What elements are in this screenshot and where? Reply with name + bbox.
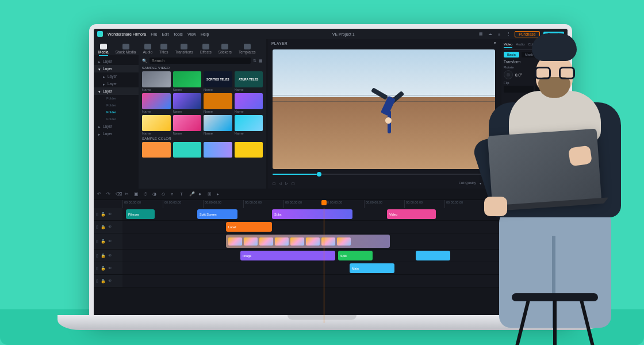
media-thumb[interactable]: Name <box>204 93 232 113</box>
keyframe-icon[interactable]: ◇ <box>162 191 167 197</box>
folder-item[interactable]: ▾Layer <box>94 65 139 72</box>
clip-filmora[interactable]: Filmora <box>126 209 155 219</box>
media-thumb[interactable] <box>142 142 171 158</box>
marker-icon[interactable]: ▿ <box>171 191 176 197</box>
menu-help[interactable]: Help <box>201 32 209 36</box>
track-controls[interactable]: ▯🔒👁 <box>94 250 122 262</box>
folder-sub-item-active[interactable]: Folder <box>94 109 139 116</box>
folder-item[interactable]: ▸Layer <box>94 130 139 137</box>
stop-icon[interactable]: ◻ <box>273 181 275 185</box>
next-frame-icon[interactable]: ▢ <box>292 181 295 185</box>
folder-item[interactable]: ▸Layer <box>94 80 139 87</box>
grid-view-icon[interactable]: ▦ <box>259 59 263 63</box>
tab-transitions[interactable]: Transitions <box>172 43 195 55</box>
tab-audio[interactable]: Audio <box>141 43 155 55</box>
track-vis-icon[interactable]: ▯ <box>96 266 98 271</box>
play-icon[interactable]: ▷ <box>285 181 288 185</box>
track-vis-icon[interactable]: ▯ <box>96 239 98 244</box>
mute-icon[interactable]: 👁 <box>108 225 112 229</box>
lock-icon[interactable]: 🔒 <box>101 212 106 217</box>
media-thumb[interactable]: Name <box>235 93 263 113</box>
tab-media[interactable]: Media <box>96 43 111 55</box>
lock-icon[interactable]: 🔒 <box>101 254 106 258</box>
folder-sub-item[interactable]: Folder <box>94 102 139 109</box>
tab-stickers[interactable]: Stickers <box>216 43 234 55</box>
track-controls[interactable]: ▯🔒👁 <box>94 275 122 287</box>
track-controls[interactable]: ▯🔒👁 <box>94 262 122 274</box>
lock-icon[interactable]: 🔒 <box>101 266 106 271</box>
media-thumb[interactable] <box>173 142 202 158</box>
delete-icon[interactable]: ⌫ <box>116 191 121 197</box>
media-thumb[interactable]: Name <box>173 115 202 135</box>
media-thumb[interactable]: Name <box>204 115 232 135</box>
clip-split[interactable]: Split <box>338 251 373 260</box>
track-vis-icon[interactable]: ▯ <box>96 225 98 229</box>
media-thumb[interactable] <box>235 142 263 158</box>
track-controls[interactable]: ▯🔒👁 <box>94 233 122 249</box>
timeline-playhead[interactable] <box>324 208 324 323</box>
track-vis-icon[interactable]: ▯ <box>96 279 98 283</box>
media-thumb[interactable]: ATURA TELESName <box>235 71 263 91</box>
redo-icon[interactable]: ↷ <box>106 191 112 197</box>
undo-icon[interactable]: ↶ <box>97 191 102 197</box>
menu-edit[interactable]: Edit <box>162 32 168 36</box>
crop-icon[interactable]: ▣ <box>134 191 139 197</box>
folder-item[interactable]: ▸Layer <box>94 72 139 80</box>
search-input[interactable] <box>150 57 251 64</box>
clip-main[interactable]: Main <box>350 263 394 273</box>
media-thumb[interactable]: Name <box>173 71 202 91</box>
clip-video-thumbs[interactable] <box>226 235 390 248</box>
tab-titles[interactable]: Titles <box>157 43 170 55</box>
clip-split-screen[interactable]: Split Screen <box>197 209 237 219</box>
clip-generic[interactable] <box>416 251 450 260</box>
folder-item[interactable]: ▸Layer <box>94 57 139 65</box>
split-icon[interactable]: ✂ <box>125 191 130 197</box>
mute-icon[interactable]: 👁 <box>108 239 112 243</box>
menu-tools[interactable]: Tools <box>174 32 183 36</box>
clip-label[interactable]: Label <box>226 222 272 232</box>
prev-frame-icon[interactable]: ◁ <box>279 181 282 185</box>
media-thumb[interactable]: Name <box>142 71 171 91</box>
mute-icon[interactable]: 👁 <box>108 254 112 258</box>
lock-icon[interactable]: 🔒 <box>101 239 106 244</box>
chevron-right-icon: ▸ <box>103 75 106 78</box>
folder-item[interactable]: ▾Layer <box>94 87 139 95</box>
clip-image[interactable]: Image <box>240 251 335 260</box>
tab-effects[interactable]: Effects <box>198 43 214 55</box>
mute-icon[interactable]: 👁 <box>108 279 112 283</box>
adjust-icon[interactable]: ⊞ <box>208 191 213 197</box>
lock-icon[interactable]: 🔒 <box>101 279 106 283</box>
track-controls[interactable]: ▯🔒👁 <box>94 208 122 220</box>
tab-stock-media[interactable]: Stock Media <box>113 43 139 55</box>
track-vis-icon[interactable]: ▯ <box>96 254 98 258</box>
menu-view[interactable]: View <box>187 32 196 36</box>
media-thumb[interactable]: Name <box>142 93 171 113</box>
clip-video[interactable]: Video <box>387 209 436 219</box>
folder-sub-item[interactable]: Folder <box>94 116 139 122</box>
media-thumb[interactable]: Name <box>235 115 263 135</box>
media-thumb[interactable]: Name <box>173 93 202 113</box>
text-icon[interactable]: T <box>180 191 185 197</box>
folder-sub-item[interactable]: Folder <box>94 95 139 102</box>
lock-icon[interactable]: 🔒 <box>101 225 106 229</box>
mute-icon[interactable]: 👁 <box>108 266 112 270</box>
sort-icon[interactable]: ⇅ <box>253 59 256 63</box>
section-sample-color: SAMPLE COLOR <box>142 137 263 140</box>
track-controls[interactable]: ▯🔒👁 <box>94 221 122 233</box>
mute-icon[interactable]: 👁 <box>108 212 112 216</box>
laptop-notch <box>288 315 356 320</box>
media-thumb[interactable]: Name <box>142 115 171 135</box>
clip-subs[interactable]: Subs <box>272 209 352 219</box>
media-thumb[interactable]: SCRITOS TELESName <box>204 71 232 91</box>
track-vis-icon[interactable]: ▯ <box>96 212 98 217</box>
color-icon[interactable]: ◑ <box>152 191 158 197</box>
voiceover-icon[interactable]: 🎤 <box>189 191 194 197</box>
tab-templates[interactable]: Templates <box>236 43 258 55</box>
media-thumb[interactable] <box>204 142 232 158</box>
folder-item[interactable]: ▸Layer <box>94 122 139 130</box>
speed-icon[interactable]: ⏱ <box>143 191 148 197</box>
scrub-handle[interactable] <box>317 172 321 177</box>
render-icon[interactable]: ▸ <box>217 191 222 197</box>
menu-file[interactable]: File <box>151 32 157 36</box>
record-icon[interactable]: ● <box>198 191 204 197</box>
